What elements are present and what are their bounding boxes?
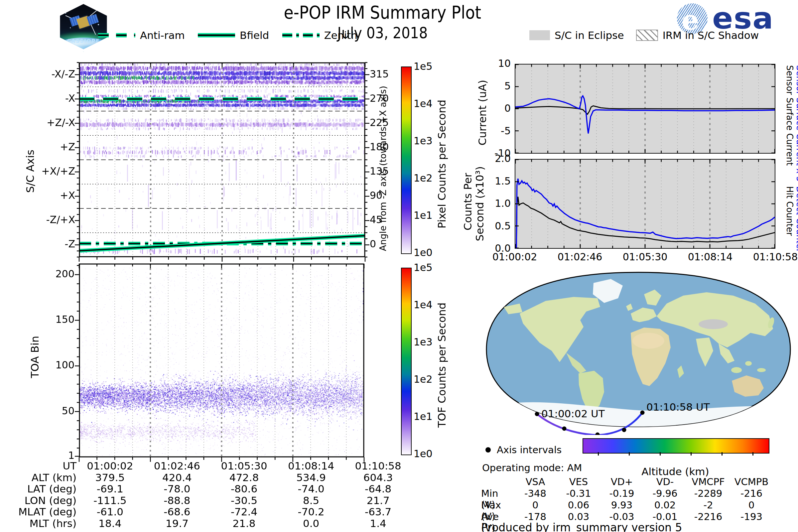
voltage-cell: 9.93 [600,499,643,511]
voltage-row-label: Max (V) [464,499,514,511]
legend-anti-ram: Anti-ram [98,29,185,41]
voltage-cell: -2216 [687,511,730,523]
anti-ram-line-icon [98,30,135,41]
ephemeris-cell: 21.8 [210,517,278,529]
voltage-cell: -9.96 [643,488,687,499]
counts-plot [515,159,775,249]
altitude-tick [722,452,723,456]
legend-bfield-label: Bfield [240,29,269,41]
ephemeris-cell: 534.9 [278,472,345,483]
current-yticklabel: 0 [483,103,511,113]
current-yticklabel: 5 [483,81,511,91]
ground-track-end-label: 01:10:58 UT [646,401,710,413]
zenith-line-icon [282,30,320,41]
voltage-column-header: VES [557,476,600,488]
patch-border: CASSIOPE [56,1,111,52]
voltage-cell: -216 [730,488,773,499]
ephemeris-cell: -78.0 [144,483,211,495]
sc-axis-row-label: +Z [0,142,75,152]
counts-ylabel-line1: Counts Per [461,173,474,230]
colorbar-ticklabel: 1e1 [414,412,433,422]
eclipse-swatch-icon [529,30,550,40]
ephemeris-cell: 01:10:58 [344,460,412,472]
ephemeris-cell: -30.5 [210,494,278,507]
voltage-cell: 0.02 [643,499,687,511]
sc-axis-row-label: -X/-Z [0,69,75,79]
shadow-hatch-swatch-icon [636,30,658,41]
counts-xticklabel: 01:02:46 [552,252,608,262]
ephemeris-cell: 604.3 [344,472,412,483]
voltage-cell: -2 [687,499,730,511]
sc-axis-heatmap-plot [79,62,365,257]
ephemeris-row: MLAT (deg)-61.0-68.6-72.4-70.2-63.7 [6,506,412,517]
legend-eclipse-label: S/C in Eclipse [555,29,624,41]
patch-art: CASSIOPE [58,4,108,49]
left-plots-legend: Anti-ram Bfield Zenith [98,29,358,41]
tof-counts-colorbar-label: TOF Counts per Second [436,303,448,428]
current-plot [515,64,775,154]
toa-bin-overlay [79,264,364,457]
axis-intervals-label: Axis intervals [497,444,562,456]
colorbar-ticklabel: 1e2 [414,173,433,183]
legend-shadow: IRM in S/C Shadow [636,29,759,41]
sc-axis-row-label: -Z [0,239,75,249]
altitude-colorbar [583,438,770,454]
ground-track-map: 01:00:02 UT 01:10:58 UT [480,264,796,435]
altitude-colorbar-ticks: 400600800100012001400 [583,454,768,466]
right-plots-legend: S/C in Eclipse IRM in S/C Shadow [529,29,759,41]
sc-axis-overlay [79,62,365,257]
ephemeris-cell: 1.4 [344,517,412,529]
altitude-tick [598,452,599,456]
ephemeris-row: UT01:00:0201:02:4601:05:3001:08:1401:10:… [6,460,412,472]
ephemeris-row-label: UT [6,460,76,472]
counts-yticklabel: 1.0 [483,198,511,208]
sc-axis-row-label: -Z/+X [0,215,75,225]
toa-bin-ticklabel: 50 [46,406,75,416]
legend-shadow-label: IRM in S/C Shadow [663,29,759,41]
colorbar-ticklabel: 1e1 [414,210,433,221]
ephemeris-cell: -61.0 [76,506,144,518]
altitude-tick [660,452,661,456]
ephemeris-cell: 01:05:30 [210,460,278,472]
toa-bin-ticklabel: 200 [46,269,75,279]
counts-xticklabel: 01:08:14 [682,252,739,262]
counts-right-label-blue: Detect Counter [795,186,798,252]
ephemeris-cell: -111.5 [76,494,144,507]
legend-zenith-label: Zenith [324,29,358,41]
legend-bfield: Bfield [198,29,269,41]
sc-axis-row-label: -X [0,93,75,103]
counts-xticklabel: 01:00:02 [487,252,543,262]
colorbar-ticklabel: 1e4 [414,99,433,109]
voltage-column-header: VCMPB [730,476,773,488]
sc-axis-ylabel: S/C Axis [24,126,37,193]
voltage-cell: -0.19 [600,488,643,499]
ephemeris-row: LON (deg)-111.5-88.8-30.58.521.7 [6,494,412,506]
colorbar-ticklabel: 1e2 [414,374,433,384]
altitude-colorbar-label: Altitude (km) [583,466,768,477]
colorbar-ticklabel: 1e5 [414,61,433,72]
ephemeris-row-label: MLT (hrs) [6,517,76,529]
voltage-header-row: VSAVESVD+VD-VMCPFVCMPB [464,476,783,488]
colorbar-ticklabel: 1e3 [414,337,433,347]
bfield-line-icon [198,30,235,41]
page-title: e-POP IRM Summary Plot [284,2,481,23]
ephemeris-cell: 21.7 [344,494,412,507]
interval-dot-icon [486,447,491,453]
sc-axis-right-ticklabel: 315 [370,69,389,79]
voltage-cell: 0 [514,499,557,511]
ephemeris-cell: -70.2 [278,506,345,518]
altitude-tick [753,452,754,456]
colorbar-ticklabel: 1e0 [414,449,433,459]
footer-credit: Produced by irm_summary version 5 [481,521,682,532]
ephemeris-row-label: LAT (deg) [6,483,76,495]
colorbar-ticklabel: 1e3 [414,136,433,146]
ephemeris-cell: -64.8 [344,483,412,495]
counts-yticklabel: 0.5 [483,221,511,231]
voltage-column-header: VD- [643,476,687,488]
ephemeris-cell: 19.7 [144,517,211,529]
legend-zenith: Zenith [282,29,358,41]
ephemeris-row-label: MLAT (deg) [6,506,76,518]
voltage-row: Max (V)00.069.930.02-20 [464,499,783,511]
current-plot-svg [515,64,775,153]
ephemeris-cell: -80.6 [210,483,278,495]
